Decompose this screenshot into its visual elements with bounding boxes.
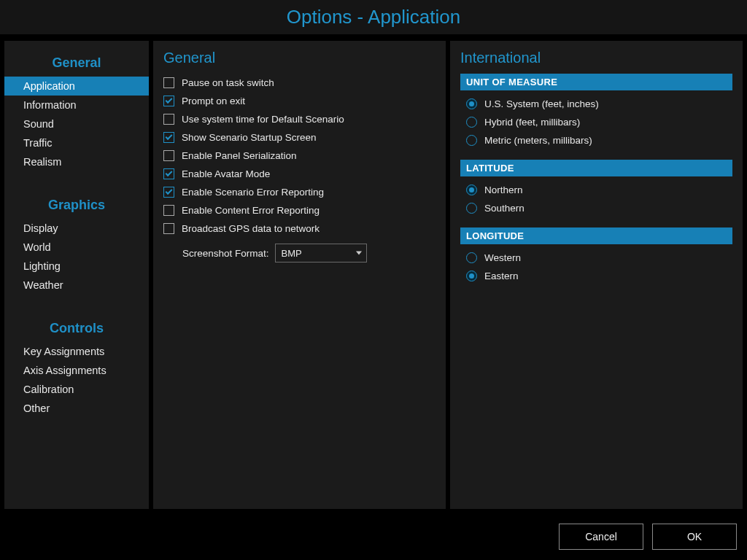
window-title: Options - Application xyxy=(287,6,460,28)
checkbox-use-system-time-for-default-scenario[interactable] xyxy=(163,114,174,125)
footer: Cancel OK xyxy=(0,513,747,560)
latitude-radio-northern[interactable] xyxy=(466,184,477,195)
radio-label: U.S. System (feet, inches) xyxy=(484,98,599,109)
checkbox-label: Prompt on exit xyxy=(182,96,245,106)
radio-label: Northern xyxy=(484,184,523,195)
screenshot-format-label: Screenshot Format: xyxy=(182,248,269,259)
radio-dot-icon xyxy=(469,273,474,279)
check-icon xyxy=(166,96,173,104)
checkbox-broadcast-gps-data-to-network[interactable] xyxy=(163,223,174,234)
general-panel-title: General xyxy=(163,50,436,66)
sidebar-item-display[interactable]: Display xyxy=(4,219,149,238)
checkbox-enable-avatar-mode[interactable] xyxy=(163,168,174,179)
sidebar-item-application[interactable]: Application xyxy=(4,77,149,96)
sidebar-item-traffic[interactable]: Traffic xyxy=(4,133,149,152)
checkbox-enable-content-error-reporting[interactable] xyxy=(163,205,174,216)
checkbox-label: Show Scenario Startup Screen xyxy=(182,132,317,143)
check-icon xyxy=(166,169,173,176)
sidebar-item-information[interactable]: Information xyxy=(4,96,149,114)
unit-radio-hybrid-feet-millibars-[interactable] xyxy=(466,117,477,128)
radio-label: Hybrid (feet, millibars) xyxy=(484,117,580,128)
longitude-radio-eastern[interactable] xyxy=(466,271,477,281)
sidebar-item-lighting[interactable]: Lighting xyxy=(4,257,149,276)
titlebar: Options - Application xyxy=(0,0,747,36)
checkbox-label: Enable Content Error Reporting xyxy=(182,205,320,216)
radio-label: Southern xyxy=(484,203,525,214)
radio-dot-icon xyxy=(469,187,474,192)
checkbox-label: Broadcast GPS data to network xyxy=(182,223,320,234)
checkbox-prompt-on-exit[interactable] xyxy=(163,96,174,106)
radio-label: Western xyxy=(484,252,521,263)
sidebar-item-world[interactable]: World xyxy=(4,238,149,257)
sidebar-item-realism[interactable]: Realism xyxy=(4,152,149,171)
checkbox-label: Enable Avatar Mode xyxy=(182,168,270,179)
unit-of-measure-header: UNIT OF MEASURE xyxy=(460,74,732,90)
sidebar-item-axis-assignments[interactable]: Axis Assignments xyxy=(4,361,149,380)
screenshot-format-value: BMP xyxy=(282,248,302,259)
latitude-radio-southern[interactable] xyxy=(466,203,477,214)
longitude-header: LONGITUDE xyxy=(460,228,732,244)
international-panel: International UNIT OF MEASURE U.S. Syste… xyxy=(450,41,743,509)
checkbox-label: Pause on task switch xyxy=(182,77,274,88)
checkbox-pause-on-task-switch[interactable] xyxy=(163,77,174,88)
unit-radio-u-s-system-feet-inches-[interactable] xyxy=(466,98,477,109)
checkbox-show-scenario-startup-screen[interactable] xyxy=(163,132,174,143)
checkbox-enable-panel-serialization[interactable] xyxy=(163,150,174,161)
check-icon xyxy=(166,133,173,140)
radio-label: Metric (meters, millibars) xyxy=(484,135,592,146)
caret-down-icon xyxy=(356,252,362,255)
sidebar-group-title: Graphics xyxy=(4,193,149,219)
check-icon xyxy=(166,187,173,195)
sidebar-item-key-assignments[interactable]: Key Assignments xyxy=(4,342,149,361)
international-panel-title: International xyxy=(460,50,732,66)
checkbox-enable-scenario-error-reporting[interactable] xyxy=(163,187,174,198)
ok-button[interactable]: OK xyxy=(652,524,737,550)
radio-label: Eastern xyxy=(484,271,519,281)
sidebar-item-calibration[interactable]: Calibration xyxy=(4,380,149,399)
latitude-header: LATITUDE xyxy=(460,160,732,176)
checkbox-label: Enable Scenario Error Reporting xyxy=(182,187,324,198)
checkbox-label: Enable Panel Serialization xyxy=(182,150,297,161)
cancel-button[interactable]: Cancel xyxy=(559,524,643,550)
general-panel: General Pause on task switchPrompt on ex… xyxy=(153,41,446,509)
sidebar-item-sound[interactable]: Sound xyxy=(4,114,149,133)
unit-radio-metric-meters-millibars-[interactable] xyxy=(466,135,477,146)
radio-dot-icon xyxy=(469,101,474,106)
screenshot-format-select[interactable]: BMP xyxy=(275,244,367,262)
sidebar-item-other[interactable]: Other xyxy=(4,399,149,418)
sidebar-group-title: Controls xyxy=(4,316,149,342)
longitude-radio-western[interactable] xyxy=(466,252,477,263)
sidebar-group-title: General xyxy=(4,51,149,77)
sidebar-item-weather[interactable]: Weather xyxy=(4,276,149,295)
checkbox-label: Use system time for Default Scenario xyxy=(182,114,344,125)
sidebar: GeneralApplicationInformationSoundTraffi… xyxy=(4,41,149,509)
